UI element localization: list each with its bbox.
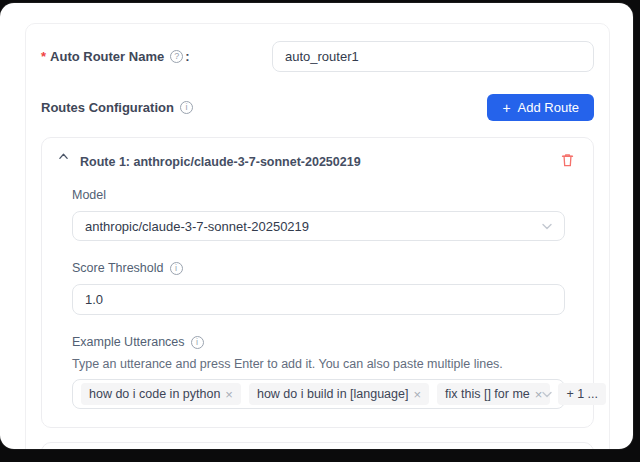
auto-router-name-input[interactable]	[272, 41, 594, 72]
info-icon[interactable]: i	[180, 101, 193, 114]
utterance-tag: how do i code in python ×	[81, 383, 241, 405]
form-panel: * Auto Router Name ? : Routes Configurat…	[25, 23, 610, 449]
route-2-header: Route 2: azure_ai/gpt-4o	[42, 443, 593, 449]
utterances-hint-text: Type an utterance and press Enter to add…	[72, 357, 565, 371]
plus-icon: +	[502, 101, 510, 115]
route-1-body: Model anthropic/claude-3-7-sonnet-202502…	[42, 169, 593, 427]
collapse-route-1-icon[interactable]	[58, 148, 69, 162]
utterance-tag: fix this [] for me ×	[437, 383, 550, 405]
score-threshold-input[interactable]	[72, 284, 565, 315]
chevron-down-icon	[541, 220, 553, 232]
required-marker: *	[41, 49, 46, 64]
remove-tag-icon[interactable]: ×	[413, 388, 421, 401]
remove-tag-icon[interactable]: ×	[225, 388, 233, 401]
info-icon[interactable]: i	[191, 336, 204, 349]
model-select-value: anthropic/claude-3-7-sonnet-20250219	[85, 219, 309, 234]
score-threshold-label: Score Threshold i	[72, 261, 185, 275]
route-1-title: Route 1: anthropic/claude-3-7-sonnet-202…	[80, 148, 361, 169]
model-select[interactable]: anthropic/claude-3-7-sonnet-20250219	[72, 211, 565, 241]
add-route-button[interactable]: + Add Route	[487, 94, 594, 121]
auto-router-name-label-text: Auto Router Name	[50, 49, 164, 64]
help-icon[interactable]: ?	[170, 50, 183, 63]
utterance-overflow-tag[interactable]: + 1 ...	[558, 383, 606, 405]
model-label: Model	[72, 188, 106, 202]
example-utterances-label: Example Utterances i	[72, 335, 206, 349]
routes-configuration-header: Routes Configuration i + Add Route	[41, 94, 594, 121]
delete-route-1-icon[interactable]	[560, 148, 575, 168]
route-card-1: Route 1: anthropic/claude-3-7-sonnet-202…	[41, 137, 594, 428]
route-1-header: Route 1: anthropic/claude-3-7-sonnet-202…	[42, 138, 593, 169]
utterances-tags-select[interactable]: how do i code in python × how do i build…	[72, 379, 565, 409]
routes-configuration-label: Routes Configuration i	[41, 100, 195, 115]
chevron-down-icon	[541, 388, 553, 400]
auto-router-name-label: * Auto Router Name ? :	[41, 49, 190, 64]
auto-router-form-window: * Auto Router Name ? : Routes Configurat…	[0, 3, 633, 449]
label-separator: :	[185, 49, 189, 64]
route-card-2: Route 2: azure_ai/gpt-4o	[41, 442, 594, 449]
auto-router-name-row: * Auto Router Name ? :	[41, 40, 594, 72]
utterance-tag: how do i build in [language] ×	[249, 383, 429, 405]
info-icon[interactable]: i	[170, 262, 183, 275]
